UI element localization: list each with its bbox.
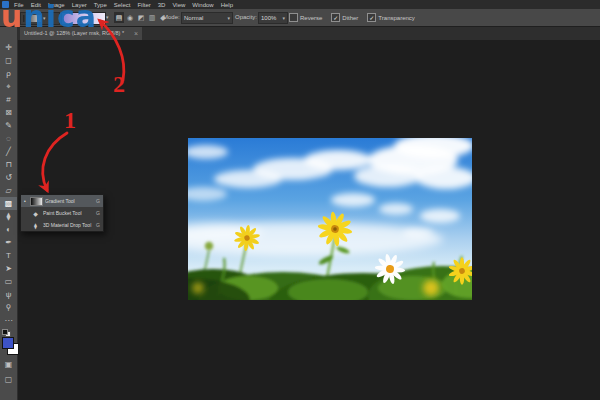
document-title: Untitled-1 @ 128% (Layer msk, RGB/8) *: [24, 30, 130, 36]
eyedropper-tool[interactable]: ✎: [0, 119, 17, 132]
dodge-tool[interactable]: ◐: [0, 223, 17, 236]
reflected-gradient-button[interactable]: ▥: [147, 12, 157, 23]
gradient-tool[interactable]: ▩: [0, 197, 17, 210]
opacity-value: 100%: [261, 15, 276, 21]
menu-item[interactable]: Window: [192, 2, 213, 8]
tool-icon: ◌: [6, 135, 11, 143]
checkbox-label: Dither: [342, 15, 358, 21]
menu-bar: FileEditImageLayerTypeSelectFilter3DView…: [0, 0, 600, 9]
menu-item[interactable]: Layer: [72, 2, 87, 8]
foreground-color-swatch[interactable]: [2, 337, 14, 349]
close-icon[interactable]: ×: [134, 30, 138, 37]
menu-item[interactable]: Help: [221, 2, 233, 8]
tool-icon: #: [6, 96, 10, 104]
pen-tool[interactable]: ✒: [0, 236, 17, 249]
flower-photo: [188, 138, 472, 300]
checkbox-box: ✓: [367, 13, 376, 22]
mode-select[interactable]: Normal ▾: [181, 12, 233, 24]
checkbox-box: ✓: [331, 13, 340, 22]
flyout-item-3d-material-drop-tool[interactable]: ⧫ 3D Material Drop Tool G: [21, 219, 103, 231]
type-tool[interactable]: T: [0, 249, 17, 262]
screen-mode-icon: ▢: [5, 375, 13, 384]
tool-icon: ⊠: [5, 109, 12, 117]
brush-tool[interactable]: ╱: [0, 145, 17, 158]
clone-stamp-tool[interactable]: ⊓: [0, 158, 17, 171]
menu-item[interactable]: Select: [114, 2, 131, 8]
tool-icon: ⌖: [6, 83, 11, 91]
gradient-type-icon: ▤: [116, 14, 123, 22]
document-canvas[interactable]: [188, 138, 472, 300]
tool-icon: ✛: [5, 44, 12, 52]
transparency-checkbox[interactable]: ✓ Transparency: [367, 13, 414, 22]
gradient-picker-caret-icon[interactable]: ▾: [106, 15, 109, 20]
mode-value: Normal: [184, 15, 203, 21]
rectangle-tool[interactable]: ▭: [0, 275, 17, 288]
flyout-item-gradient-tool[interactable]: • Gradient Tool G: [21, 195, 103, 207]
tool-icon: ◻: [5, 57, 12, 65]
flower-bud: [205, 242, 213, 250]
radial-gradient-button[interactable]: ◉: [125, 12, 135, 23]
checkbox-box: [289, 13, 298, 22]
screen-mode-button[interactable]: ▢: [0, 375, 17, 384]
flyout-tool-label: 3D Material Drop Tool: [43, 222, 92, 228]
edit-toolbar[interactable]: ⋯: [0, 314, 17, 327]
gradient-type-icon: ◩: [138, 14, 145, 22]
gradient-preview[interactable]: [61, 12, 106, 25]
menu-item[interactable]: Type: [94, 2, 107, 8]
tool-icon: ✒: [5, 239, 12, 247]
mode-label: Mode:: [163, 14, 180, 20]
reverse-checkbox[interactable]: Reverse: [289, 13, 322, 22]
healing-brush-tool[interactable]: ◌: [0, 132, 17, 145]
color-swatches: [2, 337, 17, 354]
menu-item[interactable]: Edit: [31, 2, 41, 8]
opacity-select[interactable]: 100% ▾: [258, 12, 288, 24]
hand-tool[interactable]: ψ: [0, 288, 17, 301]
menu-item[interactable]: File: [14, 2, 24, 8]
crop-tool[interactable]: #: [0, 93, 17, 106]
flyout-item-paint-bucket-tool[interactable]: ◆ Paint Bucket Tool G: [21, 207, 103, 219]
default-colors-icon[interactable]: [2, 329, 11, 336]
selected-bullet: •: [24, 198, 28, 204]
menu-items: FileEditImageLayerTypeSelectFilter3DView…: [14, 2, 233, 8]
path-selection-tool[interactable]: ➤: [0, 262, 17, 275]
tool-icon: ⚲: [6, 304, 12, 312]
lasso-tool[interactable]: ρ: [0, 67, 17, 80]
tools-panel: ✛ ◻ ρ ⌖ # ⊠ ✎: [0, 26, 18, 400]
move-tool[interactable]: ✛: [0, 41, 17, 54]
quick-selection-tool[interactable]: ⌖: [0, 80, 17, 93]
chevron-down-icon: ▾: [227, 16, 230, 21]
slice-tool[interactable]: ⊠: [0, 106, 17, 119]
eraser-tool[interactable]: ▱: [0, 184, 17, 197]
tool-list: ✛ ◻ ρ ⌖ # ⊠ ✎: [0, 41, 17, 327]
tool-icon: ▭: [5, 278, 13, 286]
flyout-tool-icon: ⧫: [30, 222, 41, 229]
default-foreground-square: [2, 329, 8, 335]
photoshop-logo-icon: [2, 1, 9, 8]
menu-item[interactable]: 3D: [158, 2, 166, 8]
tool-icon: ↺: [5, 174, 12, 182]
menu-item[interactable]: View: [172, 2, 185, 8]
flyout-tool-shortcut: G: [96, 198, 100, 204]
flyout-tool-label: Gradient Tool: [45, 198, 92, 204]
tool-preset-picker[interactable]: ▾: [20, 12, 60, 25]
document-tab[interactable]: Untitled-1 @ 128% (Layer msk, RGB/8) * ×: [20, 26, 142, 40]
zoom-tool[interactable]: ⚲: [0, 301, 17, 314]
checkbox-label: Transparency: [378, 15, 414, 21]
menu-item[interactable]: Image: [48, 2, 65, 8]
tool-icon: ▩: [5, 200, 13, 208]
history-brush-tool[interactable]: ↺: [0, 171, 17, 184]
gradient-tool-flyout-menu: • Gradient Tool G ◆ Paint Bucket Tool G …: [20, 194, 104, 232]
tool-icon: ⋯: [5, 317, 13, 325]
linear-gradient-button[interactable]: ▤: [114, 12, 124, 23]
flyout-tool-icon: [30, 197, 43, 206]
rectangular-marquee-tool[interactable]: ◻: [0, 54, 17, 67]
tool-icon: ⧫: [7, 213, 11, 221]
menu-item[interactable]: Filter: [137, 2, 150, 8]
chevron-down-icon: ▾: [43, 16, 46, 21]
dither-checkbox[interactable]: ✓ Dither: [331, 13, 358, 22]
blur-tool[interactable]: ⧫: [0, 210, 17, 223]
gradient-type-icon: ▥: [149, 14, 156, 22]
opacity-label: Opacity:: [235, 14, 257, 20]
angle-gradient-button[interactable]: ◩: [136, 12, 146, 23]
quick-mask-button[interactable]: ▣: [0, 360, 17, 369]
